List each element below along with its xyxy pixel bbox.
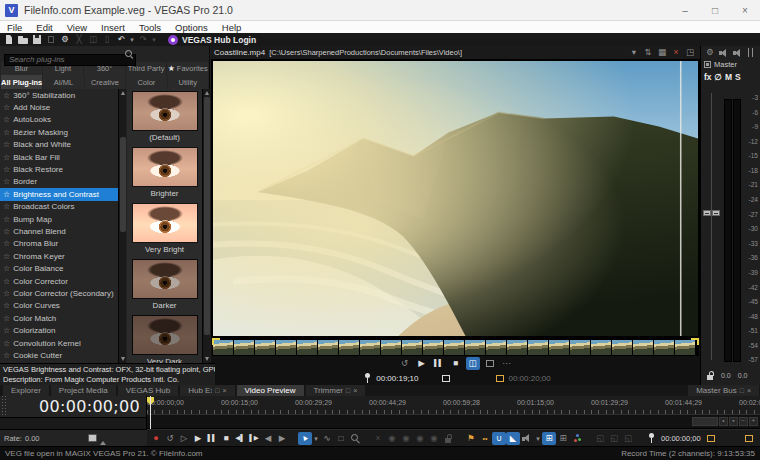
close-button[interactable]: × [730, 0, 760, 21]
play-from-start-button[interactable]: ▷ [177, 432, 191, 445]
favorite-star-icon[interactable]: ☆ [3, 165, 10, 174]
split-button[interactable]: × [371, 432, 385, 445]
go-to-start-button[interactable]: ◀▌ [233, 432, 247, 445]
plugin-list-item[interactable]: ☆Bump Map [0, 213, 118, 225]
filmstrip-frame[interactable] [318, 340, 338, 355]
edit-cursor[interactable] [150, 396, 151, 429]
preset-item[interactable]: Darker [127, 257, 202, 313]
copy-icon[interactable]: ◫ [86, 33, 100, 46]
plugin-list-item[interactable]: ☆Color Corrector (Secondary) [0, 287, 118, 299]
plugin-list-item[interactable]: ☆360° Stabilization [0, 89, 118, 101]
grid-snap-button[interactable]: ⊞ [556, 432, 570, 445]
filmstrip-frame[interactable] [528, 340, 548, 355]
plugin-list-item[interactable]: ☆Add Noise [0, 101, 118, 113]
fader-handle-left[interactable] [703, 210, 711, 216]
plugin-list-item[interactable]: ☆Bézier Masking [0, 126, 118, 138]
filmstrip-frame[interactable] [570, 340, 590, 355]
favorite-star-icon[interactable]: ☆ [3, 289, 10, 298]
plugin-category-tab[interactable]: ★Favorites [167, 62, 208, 75]
filmstrip-frame[interactable] [276, 340, 296, 355]
close-media-icon[interactable]: × [669, 46, 683, 59]
scroll-box-icon[interactable]: ▪ [729, 417, 738, 426]
plugin-group-tab[interactable]: AI/ML [43, 75, 83, 89]
loop-region-frame-icon[interactable] [704, 432, 718, 445]
insert-marker-button[interactable]: ⚑ [464, 432, 478, 445]
preview-options-dropdown-icon[interactable]: ▾ [627, 46, 641, 59]
favorite-star-icon[interactable]: ☆ [3, 301, 10, 310]
favorite-star-icon[interactable]: ☆ [3, 153, 10, 162]
menu-item[interactable]: Help [215, 22, 249, 33]
split-screen-view-icon[interactable]: ◫ [466, 357, 480, 370]
loop-playback-button[interactable]: ↺ [163, 432, 177, 445]
plugin-list-item[interactable]: ☆Color Corrector [0, 275, 118, 287]
master-settings-gear-icon[interactable]: ⚙ [703, 46, 717, 59]
plugin-list-item[interactable]: ☆Black Bar Fill [0, 151, 118, 163]
menu-item[interactable]: File [0, 22, 29, 33]
panel-tab[interactable]: Project Media [51, 385, 116, 396]
filmstrip-frame[interactable] [675, 340, 695, 355]
downmix-icon[interactable] [731, 46, 745, 59]
trim-end-icon[interactable]: ◉ [399, 432, 413, 445]
normal-edit-tool-button[interactable]: ▲ [298, 432, 312, 445]
plugin-search-input[interactable] [4, 54, 136, 66]
filmstrip-frame[interactable] [633, 340, 653, 355]
float-tab-icon[interactable] [215, 387, 219, 394]
maximize-button[interactable]: □ [700, 0, 730, 21]
plugin-list-item[interactable]: ☆Color Curves [0, 300, 118, 312]
preset-item[interactable]: Very Dark [127, 313, 202, 363]
go-to-end-button[interactable]: ▌▶ [247, 432, 261, 445]
lock-icon[interactable] [703, 369, 717, 382]
close-tab-icon[interactable] [222, 387, 226, 394]
favorite-star-icon[interactable]: ☆ [3, 227, 10, 236]
stop-button[interactable]: ■ [219, 432, 233, 445]
plugin-list-scrollbar[interactable] [118, 89, 126, 363]
panel-tab[interactable]: Hub Explorer [180, 385, 234, 396]
redo-dropdown-icon[interactable]: ▾ [150, 33, 158, 46]
preview-grid-icon[interactable]: ▦ [655, 46, 669, 59]
favorite-star-icon[interactable]: ☆ [3, 314, 10, 323]
redo-icon[interactable]: ↷ [136, 33, 150, 46]
cut-icon[interactable]: ╳ [72, 33, 86, 46]
plugin-list-item[interactable]: ☆Channel Blend [0, 225, 118, 237]
loop-playback-icon[interactable]: ↺ [398, 357, 412, 370]
plugin-list-item[interactable]: ☆Colorization [0, 324, 118, 336]
next-frame-button[interactable]: ▶ [275, 432, 289, 445]
timeline-ruler[interactable]: 00:00:00;0000:00:15;0000:00:29;2900:00:4… [147, 396, 760, 415]
group-tool-1-icon[interactable]: ◱ [593, 432, 607, 445]
insert-region-button[interactable]: •• [478, 432, 492, 445]
plugin-list-item[interactable]: ☆Convolution Kernel [0, 337, 118, 349]
plugin-group-tab[interactable]: All Plug-ins [1, 75, 42, 89]
track-area[interactable] [147, 415, 760, 429]
enable-snapping-button[interactable]: ∪ [492, 432, 506, 445]
favorite-star-icon[interactable]: ☆ [3, 115, 10, 124]
auto-ripple-button[interactable]: ◣ [506, 432, 520, 445]
group-tool-2-icon[interactable]: ◱ [607, 432, 621, 445]
favorite-star-icon[interactable]: ☆ [3, 239, 10, 248]
filmstrip-frame[interactable] [339, 340, 359, 355]
preview-cursor-time[interactable]: 00:00:19;10 [376, 374, 418, 383]
play-button[interactable]: ▶ [191, 432, 205, 445]
favorite-star-icon[interactable]: ☆ [3, 252, 10, 261]
close-tab-icon[interactable] [747, 387, 751, 394]
master-button[interactable]: ∅ [715, 72, 722, 82]
filmstrip-frame[interactable] [612, 340, 632, 355]
plugin-list-item[interactable]: ☆Chroma Blur [0, 238, 118, 250]
menu-item[interactable]: Tools [132, 22, 168, 33]
filmstrip-frame[interactable] [255, 340, 275, 355]
float-tab-icon[interactable] [740, 387, 744, 394]
plugin-list-item[interactable]: ☆Chroma Keyer [0, 250, 118, 262]
favorite-star-icon[interactable]: ☆ [3, 202, 10, 211]
plugin-group-tab[interactable]: Creative [85, 75, 125, 89]
filmstrip-frame[interactable] [402, 340, 422, 355]
plugin-list-item[interactable]: ☆AutoLooks [0, 114, 118, 126]
trim-start-icon[interactable]: ◉ [385, 432, 399, 445]
pause-icon[interactable]: ▌▌ [432, 357, 446, 370]
filmstrip-frame[interactable] [507, 340, 527, 355]
master-button[interactable]: S [735, 72, 741, 82]
open-project-icon[interactable] [16, 33, 30, 46]
vegas-hub-login-button[interactable]: VEGAS Hub Login [182, 35, 256, 45]
panel-tab[interactable]: Trimmer [306, 385, 366, 396]
more-options-icon[interactable]: ⋯ [500, 357, 514, 370]
timeline-scrollbar-thumb[interactable] [692, 417, 718, 426]
plugin-list-item[interactable]: ☆Broadcast Colors [0, 201, 118, 213]
